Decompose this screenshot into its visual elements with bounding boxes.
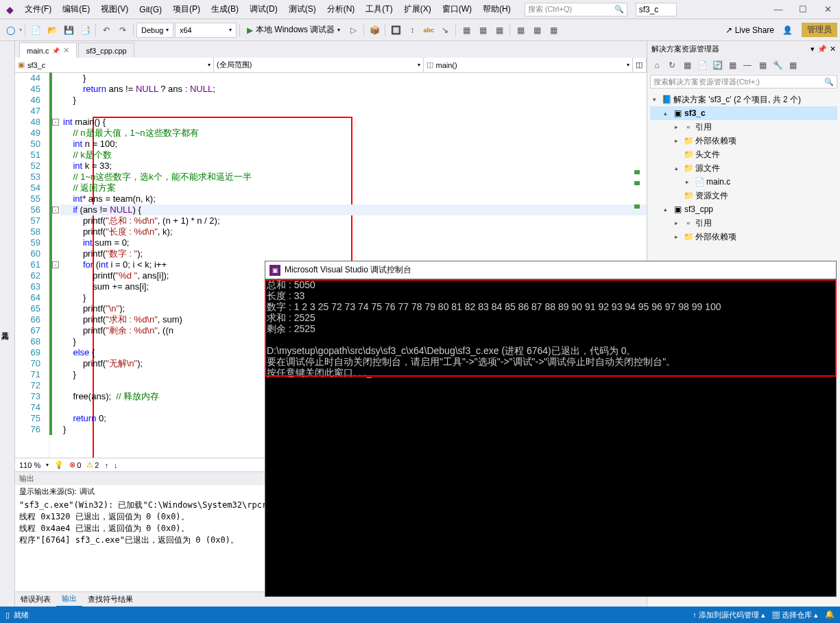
tree-item[interactable]: ▸📁外部依赖项 <box>650 230 837 244</box>
warning-count[interactable]: ⚠2 <box>86 460 99 469</box>
se-tb-7[interactable]: — <box>741 58 754 72</box>
se-pin-icon[interactable]: 📌 <box>817 45 827 54</box>
se-tb-5[interactable]: 🔄 <box>710 58 724 72</box>
tb-icon-3[interactable]: ↕ <box>405 23 420 38</box>
save-button[interactable]: 💾 <box>61 23 76 38</box>
nav-split-button[interactable]: ◫ <box>633 58 647 72</box>
project-name-box[interactable]: sf3_c <box>636 3 677 16</box>
menu-工具t[interactable]: 工具(T) <box>360 0 398 19</box>
search-input[interactable]: 搜索 (Ctrl+Q) 🔍 <box>525 3 627 16</box>
menu-扩展x[interactable]: 扩展(X) <box>398 0 437 19</box>
nav-member-dropdown[interactable]: ◫ main() ▾ <box>424 58 634 72</box>
tb-icon-7[interactable]: ▦ <box>475 23 490 38</box>
se-tb-10[interactable]: ▦ <box>786 58 800 72</box>
source-control-button[interactable]: ↑ 添加到源代码管理 ▴ <box>693 610 765 620</box>
save-all-button[interactable]: 📑 <box>77 23 93 38</box>
tree-item[interactable]: ▸▫引用 <box>650 216 837 230</box>
tree-item[interactable]: ▴▣sf3_c <box>650 106 837 120</box>
debug-console-window[interactable]: ▣ Microsoft Visual Studio 调试控制台 总和 : 505… <box>265 261 837 597</box>
status-text: 就绪 <box>14 610 29 620</box>
tb-icon-11[interactable]: ▦ <box>546 23 561 38</box>
start-no-debug-button[interactable]: ▷ <box>346 23 361 38</box>
se-tb-8[interactable]: ▦ <box>756 58 769 72</box>
tb-icon-8[interactable]: ▦ <box>492 23 507 38</box>
fold-button[interactable]: - <box>52 119 59 126</box>
undo-button[interactable]: ↶ <box>99 23 114 38</box>
nav-down-icon[interactable]: ↓ <box>114 461 118 469</box>
pin-icon[interactable]: 📌 <box>52 47 60 54</box>
tree-item[interactable]: ▸📁外部依赖项 <box>650 134 837 148</box>
tree-item[interactable]: ▾📘解决方案 'sf3_c' (2 个项目, 共 2 个) <box>650 93 837 106</box>
close-icon[interactable]: ✕ <box>63 46 69 55</box>
menu-gitg[interactable]: Git(G) <box>134 0 167 19</box>
nav-up-icon[interactable]: ↑ <box>104 461 108 469</box>
fold-button[interactable]: - <box>52 207 59 213</box>
status-indicator-icon: ▯ <box>5 611 10 620</box>
nav-scope-dropdown[interactable]: (全局范围) ▾ <box>214 58 424 72</box>
menu-帮助h[interactable]: 帮助(H) <box>477 0 516 19</box>
nav-project-dropdown[interactable]: ▣ sf3_c ▾ <box>15 58 214 72</box>
config-dropdown[interactable]: Debug▾ <box>136 23 173 38</box>
se-dropdown-icon[interactable]: ▾ <box>811 45 815 54</box>
zoom-level[interactable]: 110 % <box>19 461 40 469</box>
minimize-button[interactable]: — <box>766 0 791 19</box>
feedback-icon[interactable]: 👤 <box>780 23 795 38</box>
bottom-tab-1[interactable]: 输出 <box>56 592 82 607</box>
notification-icon[interactable]: 🔔 <box>825 610 835 620</box>
tree-item[interactable]: ▸▫引用 <box>650 120 837 134</box>
maximize-button[interactable]: ☐ <box>791 0 815 19</box>
error-count[interactable]: ⊗0 <box>69 460 81 469</box>
bottom-tab-0[interactable]: 错误列表 <box>15 592 56 607</box>
se-tb-6[interactable]: ▦ <box>725 58 739 72</box>
se-home-icon[interactable]: ⌂ <box>650 58 664 72</box>
se-tb-9[interactable]: 🔧 <box>771 58 784 72</box>
menu-窗口w[interactable]: 窗口(W) <box>437 0 477 19</box>
tree-item[interactable]: 📁头文件 <box>650 148 837 161</box>
start-debug-button[interactable]: ▶ 本地 Windows 调试器 ▾ <box>243 23 344 38</box>
open-button[interactable]: 📂 <box>45 23 60 38</box>
tb-icon-1[interactable]: 📦 <box>367 23 382 38</box>
redo-button[interactable]: ↷ <box>115 23 130 38</box>
tab-sf3-cpp[interactable]: sf3_cpp.cpp <box>78 43 134 58</box>
tb-icon-9[interactable]: ▦ <box>513 23 528 38</box>
platform-dropdown[interactable]: x64▾ <box>175 23 237 38</box>
lightbulb-icon[interactable]: 💡 <box>54 460 64 469</box>
live-share-button[interactable]: ↗ Live Share <box>721 25 778 35</box>
tree-item[interactable]: ▴▣sf3_cpp <box>650 202 837 216</box>
left-tool-strip[interactable]: 工具箱 <box>0 41 15 607</box>
tb-icon-4[interactable]: abc <box>421 23 436 38</box>
tb-icon-10[interactable]: ▦ <box>529 23 544 38</box>
menu-测试s[interactable]: 测试(S) <box>283 0 322 19</box>
tree-item[interactable]: 📁资源文件 <box>650 189 837 202</box>
tb-icon-2[interactable]: 🔲 <box>388 23 403 38</box>
menu-编辑e[interactable]: 编辑(E) <box>57 0 95 19</box>
menu-视图v[interactable]: 视图(V) <box>95 0 134 19</box>
tb-icon-6[interactable]: ▦ <box>459 23 474 38</box>
tree-item[interactable]: ▴📁源文件 <box>650 161 837 175</box>
repo-button[interactable]: ▦ 选择仓库 ▴ <box>772 610 818 620</box>
menu-文件f[interactable]: 文件(F) <box>19 0 57 19</box>
output-source-dropdown[interactable]: 调试 <box>80 486 95 497</box>
back-button[interactable]: ◯ <box>3 23 18 38</box>
close-button[interactable]: ✕ <box>815 0 840 19</box>
se-tb-3[interactable]: ▦ <box>680 58 694 72</box>
new-button[interactable]: 📄 <box>28 23 43 38</box>
menu-分析n[interactable]: 分析(N) <box>322 0 361 19</box>
solution-search-input[interactable]: 搜索解决方案资源管理器(Ctrl+;) 🔍 <box>650 75 837 89</box>
menu-生成b[interactable]: 生成(B) <box>206 0 244 19</box>
se-tb-2[interactable]: ↻ <box>665 58 679 72</box>
bottom-tab-2[interactable]: 查找符号结果 <box>82 592 139 607</box>
vs-console-icon: ▣ <box>269 265 280 276</box>
se-close-icon[interactable]: ✕ <box>830 45 836 54</box>
menu-项目p[interactable]: 项目(P) <box>167 0 206 19</box>
statusbar: ▯ 就绪 ↑ 添加到源代码管理 ▴ ▦ 选择仓库 ▴ 🔔 <box>0 607 840 623</box>
console-titlebar[interactable]: ▣ Microsoft Visual Studio 调试控制台 <box>265 261 836 279</box>
tb-icon-5[interactable]: ↘ <box>437 23 453 38</box>
vs-logo-icon: ◆ <box>0 0 19 19</box>
se-tb-4[interactable]: 📄 <box>695 58 709 72</box>
fold-button[interactable]: - <box>52 261 59 268</box>
menu-调试d[interactable]: 调试(D) <box>244 0 283 19</box>
live-share-icon: ↗ <box>725 25 732 35</box>
tree-item[interactable]: ▸📄main.c <box>650 175 837 189</box>
tab-main-c[interactable]: main.c 📌 ✕ <box>19 43 77 58</box>
